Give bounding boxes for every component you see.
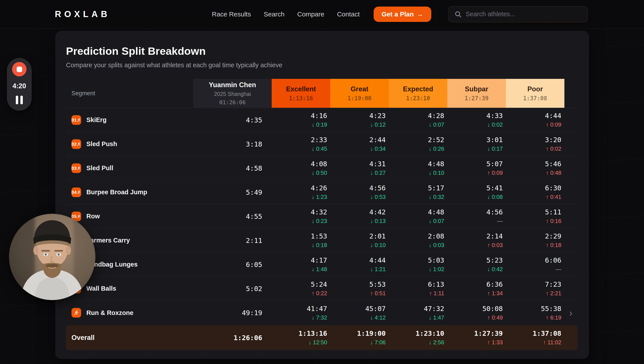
search-icon <box>454 10 462 18</box>
chevron-right-icon[interactable]: › <box>569 308 572 318</box>
split-delta-up: ↑ 1:33 <box>487 339 503 346</box>
split-delta-down: ↓ 0:50 <box>312 170 327 176</box>
predicted-split-time: 2:08 <box>428 232 444 240</box>
predicted-split-time: 1:37:08 <box>533 330 561 337</box>
split-delta-down: ↓ 0:10 <box>429 170 444 176</box>
predicted-split-time: 3:20 <box>545 136 561 144</box>
goal-cell: 4:44↑ 0:09 <box>506 112 564 128</box>
webcam-person <box>9 214 95 300</box>
athlete-split-time: 49:19 <box>193 309 272 317</box>
split-delta-down: ↓ 12:50 <box>309 339 327 346</box>
table-header: Segment Yuanmin Chen 2025 Shanghai 01:26… <box>66 79 578 108</box>
goal-cell: 1:13:16↓ 12:50 <box>272 330 330 346</box>
athlete-search[interactable] <box>449 6 588 22</box>
goal-cell: 45:07↓ 4:12 <box>330 305 389 321</box>
goal-cell: 5:23↓ 0:42 <box>447 256 506 273</box>
goal-cell: 1:19:00↓ 7:06 <box>330 330 389 346</box>
table-row: 06 Farmers Carry 2:11 1:53↓ 0:182:01↓ 0:… <box>66 228 578 252</box>
predicted-split-time: 5:07 <box>486 160 503 168</box>
athlete-split-time: 4:55 <box>193 212 272 220</box>
split-delta-down: ↓ 0:23 <box>312 218 327 224</box>
athlete-split-time: 5:02 <box>193 285 272 292</box>
goal-cell: 5:07↑ 0:09 <box>447 160 506 176</box>
predicted-split-time: 4:17 <box>311 256 327 264</box>
predicted-split-time: 1:23:10 <box>415 330 444 337</box>
goal-time: 1:27:39 <box>465 95 489 102</box>
predicted-split-time: 1:53 <box>311 232 327 240</box>
goal-cell: 6:30↑ 0:41 <box>506 184 564 200</box>
overall-athlete-time: 1:26:06 <box>193 334 272 342</box>
nav-links: Race Results Search Compare Contact <box>212 10 360 18</box>
predicted-split-time: 4:28 <box>428 112 444 120</box>
predicted-split-time: 4:33 <box>486 112 503 120</box>
split-delta-down: ↓ 1:48 <box>312 266 327 273</box>
goal-cell: 6:13↑ 1:11 <box>389 280 447 297</box>
predicted-split-time: 5:03 <box>428 256 444 264</box>
split-delta-down: ↓ 1:02 <box>429 266 444 273</box>
goal-cell: 3:20↑ 0:02 <box>506 136 564 152</box>
predicted-split-time: 47:32 <box>424 305 444 312</box>
goal-cell: 1:23:10↓ 2:56 <box>389 330 447 346</box>
predicted-split-time: 2:01 <box>369 232 386 240</box>
predicted-split-time: 5:41 <box>486 184 503 192</box>
nav-link-race-results[interactable]: Race Results <box>212 10 251 18</box>
predicted-split-time: 4:44 <box>545 112 561 120</box>
predicted-split-time: 5:17 <box>428 184 444 192</box>
stop-recording-button[interactable] <box>12 62 27 76</box>
get-a-plan-button[interactable]: Get a Plan → <box>374 6 431 22</box>
table-row[interactable]: Run & Roxzone 49:19 41:47↓ 7:3245:07↓ 4:… <box>66 301 578 325</box>
runner-icon <box>73 310 79 316</box>
segment-number-badge: 03 <box>72 164 81 173</box>
nav-link-contact[interactable]: Contact <box>337 10 360 18</box>
goal-cell: 2:44↓ 0:34 <box>330 136 389 152</box>
segment-name: SkiErg <box>86 116 107 124</box>
goal-label: Excellent <box>286 85 316 93</box>
athlete-split-time: 4:58 <box>193 164 272 172</box>
goal-cell: 4:56↓ 0:53 <box>330 184 389 200</box>
goal-cell: 4:16↓ 0:19 <box>272 112 330 128</box>
goal-cell: 4:28↓ 0:07 <box>389 112 447 128</box>
goal-time: 1:19:00 <box>348 95 372 102</box>
webcam-video-bubble[interactable] <box>9 214 95 300</box>
nav-link-search[interactable]: Search <box>264 10 284 18</box>
goal-cell: 5:17↓ 0:32 <box>389 184 447 200</box>
split-delta-down: ↓ 0:19 <box>312 121 327 128</box>
goal-cell: 2:08↓ 0:03 <box>389 232 447 248</box>
goal-cell: 3:01↓ 0:17 <box>447 136 506 152</box>
runner-icon <box>77 213 81 220</box>
goal-cell: 4:17↓ 1:48 <box>272 256 330 273</box>
goal-cell: 6:36↑ 1:34 <box>447 280 506 297</box>
athlete-split-time: 2:11 <box>193 236 272 244</box>
split-delta-down: ↓ 0:26 <box>429 146 444 152</box>
predicted-split-time: 2:33 <box>311 136 327 144</box>
split-delta-down: ↓ 0:10 <box>370 242 386 248</box>
goal-label: Subpar <box>465 85 488 93</box>
runner-icon <box>77 189 81 195</box>
goal-label: Expected <box>403 85 433 93</box>
segment-name: Row <box>86 213 100 220</box>
predicted-split-time: 5:11 <box>545 208 561 216</box>
segment-number-badge: 04 <box>72 188 81 197</box>
search-input[interactable] <box>466 10 582 18</box>
athlete-name: Yuanmin Chen <box>209 81 256 89</box>
predicted-split-time: 4:08 <box>311 160 327 168</box>
stop-icon <box>17 66 22 72</box>
goal-cell: 5:46↑ 0:48 <box>506 160 564 176</box>
pause-recording-button[interactable] <box>16 96 23 104</box>
predicted-split-time: 4:48 <box>428 160 444 168</box>
predicted-split-time: 1:27:39 <box>474 330 503 337</box>
segment-name: Sled Push <box>86 140 117 148</box>
predicted-split-time: 5:23 <box>486 256 503 264</box>
athlete-split-time: 3:18 <box>193 140 272 148</box>
goal-column-header: Subpar1:27:39 <box>447 79 506 108</box>
nav-link-compare[interactable]: Compare <box>297 10 324 18</box>
split-delta-up: ↑ 0:18 <box>546 242 561 248</box>
segment-name: Run & Roxzone <box>86 309 133 316</box>
split-delta-none: — <box>556 266 561 273</box>
table-row: 04 Burpee Broad Jump 5:49 4:26↓ 1:234:56… <box>66 180 578 204</box>
predicted-split-time: 4:44 <box>369 256 386 264</box>
goal-cell: 4:42↓ 0:13 <box>330 208 389 224</box>
table-row: 03 Sled Pull 4:58 4:08↓ 0:504:31↓ 0:274:… <box>66 156 578 180</box>
split-delta-down: ↓ 4:12 <box>370 314 386 321</box>
logo-roxlab[interactable]: ROXLAB <box>55 9 110 19</box>
